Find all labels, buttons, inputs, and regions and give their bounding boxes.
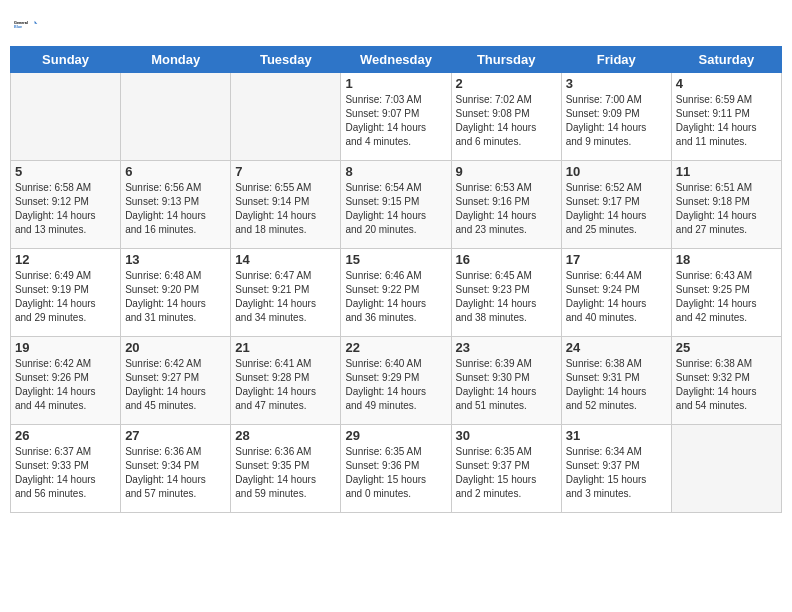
calendar-week-row: 1Sunrise: 7:03 AM Sunset: 9:07 PM Daylig… — [11, 73, 782, 161]
logo-icon: GeneralBlue — [14, 10, 42, 38]
day-number: 20 — [125, 340, 226, 355]
logo: GeneralBlue — [14, 10, 42, 38]
calendar-cell — [121, 73, 231, 161]
day-info: Sunrise: 6:48 AM Sunset: 9:20 PM Dayligh… — [125, 269, 226, 325]
calendar-cell: 12Sunrise: 6:49 AM Sunset: 9:19 PM Dayli… — [11, 249, 121, 337]
day-info: Sunrise: 6:42 AM Sunset: 9:26 PM Dayligh… — [15, 357, 116, 413]
calendar-week-row: 5Sunrise: 6:58 AM Sunset: 9:12 PM Daylig… — [11, 161, 782, 249]
day-number: 6 — [125, 164, 226, 179]
calendar-week-row: 19Sunrise: 6:42 AM Sunset: 9:26 PM Dayli… — [11, 337, 782, 425]
day-number: 4 — [676, 76, 777, 91]
calendar-cell: 23Sunrise: 6:39 AM Sunset: 9:30 PM Dayli… — [451, 337, 561, 425]
day-number: 27 — [125, 428, 226, 443]
weekday-header: Wednesday — [341, 47, 451, 73]
weekday-header: Sunday — [11, 47, 121, 73]
day-info: Sunrise: 6:38 AM Sunset: 9:31 PM Dayligh… — [566, 357, 667, 413]
calendar-table: SundayMondayTuesdayWednesdayThursdayFrid… — [10, 46, 782, 513]
calendar-cell: 21Sunrise: 6:41 AM Sunset: 9:28 PM Dayli… — [231, 337, 341, 425]
calendar-cell: 19Sunrise: 6:42 AM Sunset: 9:26 PM Dayli… — [11, 337, 121, 425]
day-number: 29 — [345, 428, 446, 443]
day-info: Sunrise: 7:00 AM Sunset: 9:09 PM Dayligh… — [566, 93, 667, 149]
day-number: 30 — [456, 428, 557, 443]
day-number: 9 — [456, 164, 557, 179]
day-info: Sunrise: 6:47 AM Sunset: 9:21 PM Dayligh… — [235, 269, 336, 325]
weekday-header-row: SundayMondayTuesdayWednesdayThursdayFrid… — [11, 47, 782, 73]
day-number: 7 — [235, 164, 336, 179]
day-number: 2 — [456, 76, 557, 91]
day-info: Sunrise: 6:53 AM Sunset: 9:16 PM Dayligh… — [456, 181, 557, 237]
calendar-week-row: 12Sunrise: 6:49 AM Sunset: 9:19 PM Dayli… — [11, 249, 782, 337]
calendar-cell — [231, 73, 341, 161]
day-number: 10 — [566, 164, 667, 179]
day-info: Sunrise: 6:35 AM Sunset: 9:37 PM Dayligh… — [456, 445, 557, 501]
day-info: Sunrise: 6:37 AM Sunset: 9:33 PM Dayligh… — [15, 445, 116, 501]
day-info: Sunrise: 6:45 AM Sunset: 9:23 PM Dayligh… — [456, 269, 557, 325]
day-number: 25 — [676, 340, 777, 355]
day-number: 11 — [676, 164, 777, 179]
calendar-cell: 29Sunrise: 6:35 AM Sunset: 9:36 PM Dayli… — [341, 425, 451, 513]
calendar-cell: 26Sunrise: 6:37 AM Sunset: 9:33 PM Dayli… — [11, 425, 121, 513]
day-info: Sunrise: 6:43 AM Sunset: 9:25 PM Dayligh… — [676, 269, 777, 325]
day-info: Sunrise: 6:38 AM Sunset: 9:32 PM Dayligh… — [676, 357, 777, 413]
day-number: 18 — [676, 252, 777, 267]
calendar-cell: 5Sunrise: 6:58 AM Sunset: 9:12 PM Daylig… — [11, 161, 121, 249]
day-number: 24 — [566, 340, 667, 355]
weekday-header: Thursday — [451, 47, 561, 73]
weekday-header: Tuesday — [231, 47, 341, 73]
day-info: Sunrise: 6:54 AM Sunset: 9:15 PM Dayligh… — [345, 181, 446, 237]
calendar-cell: 11Sunrise: 6:51 AM Sunset: 9:18 PM Dayli… — [671, 161, 781, 249]
day-info: Sunrise: 7:02 AM Sunset: 9:08 PM Dayligh… — [456, 93, 557, 149]
calendar-cell: 31Sunrise: 6:34 AM Sunset: 9:37 PM Dayli… — [561, 425, 671, 513]
calendar-cell: 15Sunrise: 6:46 AM Sunset: 9:22 PM Dayli… — [341, 249, 451, 337]
day-number: 23 — [456, 340, 557, 355]
calendar-cell: 24Sunrise: 6:38 AM Sunset: 9:31 PM Dayli… — [561, 337, 671, 425]
calendar-cell: 2Sunrise: 7:02 AM Sunset: 9:08 PM Daylig… — [451, 73, 561, 161]
day-number: 17 — [566, 252, 667, 267]
svg-marker-2 — [35, 21, 38, 24]
day-number: 3 — [566, 76, 667, 91]
calendar-cell — [11, 73, 121, 161]
day-number: 22 — [345, 340, 446, 355]
calendar-cell: 27Sunrise: 6:36 AM Sunset: 9:34 PM Dayli… — [121, 425, 231, 513]
day-info: Sunrise: 6:46 AM Sunset: 9:22 PM Dayligh… — [345, 269, 446, 325]
weekday-header: Saturday — [671, 47, 781, 73]
day-number: 15 — [345, 252, 446, 267]
day-number: 1 — [345, 76, 446, 91]
day-info: Sunrise: 6:51 AM Sunset: 9:18 PM Dayligh… — [676, 181, 777, 237]
svg-text:General: General — [14, 21, 28, 25]
day-number: 21 — [235, 340, 336, 355]
day-number: 26 — [15, 428, 116, 443]
page-header: GeneralBlue — [10, 10, 782, 38]
calendar-cell: 18Sunrise: 6:43 AM Sunset: 9:25 PM Dayli… — [671, 249, 781, 337]
calendar-cell: 1Sunrise: 7:03 AM Sunset: 9:07 PM Daylig… — [341, 73, 451, 161]
day-info: Sunrise: 6:56 AM Sunset: 9:13 PM Dayligh… — [125, 181, 226, 237]
day-info: Sunrise: 6:42 AM Sunset: 9:27 PM Dayligh… — [125, 357, 226, 413]
weekday-header: Monday — [121, 47, 231, 73]
calendar-cell: 25Sunrise: 6:38 AM Sunset: 9:32 PM Dayli… — [671, 337, 781, 425]
day-info: Sunrise: 6:36 AM Sunset: 9:35 PM Dayligh… — [235, 445, 336, 501]
day-number: 16 — [456, 252, 557, 267]
calendar-cell: 8Sunrise: 6:54 AM Sunset: 9:15 PM Daylig… — [341, 161, 451, 249]
day-info: Sunrise: 6:36 AM Sunset: 9:34 PM Dayligh… — [125, 445, 226, 501]
calendar-cell: 14Sunrise: 6:47 AM Sunset: 9:21 PM Dayli… — [231, 249, 341, 337]
day-info: Sunrise: 6:49 AM Sunset: 9:19 PM Dayligh… — [15, 269, 116, 325]
day-number: 14 — [235, 252, 336, 267]
calendar-cell — [671, 425, 781, 513]
calendar-week-row: 26Sunrise: 6:37 AM Sunset: 9:33 PM Dayli… — [11, 425, 782, 513]
calendar-cell: 13Sunrise: 6:48 AM Sunset: 9:20 PM Dayli… — [121, 249, 231, 337]
calendar-cell: 10Sunrise: 6:52 AM Sunset: 9:17 PM Dayli… — [561, 161, 671, 249]
calendar-cell: 20Sunrise: 6:42 AM Sunset: 9:27 PM Dayli… — [121, 337, 231, 425]
calendar-cell: 17Sunrise: 6:44 AM Sunset: 9:24 PM Dayli… — [561, 249, 671, 337]
day-number: 13 — [125, 252, 226, 267]
day-info: Sunrise: 6:35 AM Sunset: 9:36 PM Dayligh… — [345, 445, 446, 501]
day-info: Sunrise: 6:39 AM Sunset: 9:30 PM Dayligh… — [456, 357, 557, 413]
day-info: Sunrise: 6:34 AM Sunset: 9:37 PM Dayligh… — [566, 445, 667, 501]
day-number: 31 — [566, 428, 667, 443]
day-number: 19 — [15, 340, 116, 355]
calendar-cell: 28Sunrise: 6:36 AM Sunset: 9:35 PM Dayli… — [231, 425, 341, 513]
calendar-cell: 9Sunrise: 6:53 AM Sunset: 9:16 PM Daylig… — [451, 161, 561, 249]
calendar-cell: 16Sunrise: 6:45 AM Sunset: 9:23 PM Dayli… — [451, 249, 561, 337]
day-info: Sunrise: 6:40 AM Sunset: 9:29 PM Dayligh… — [345, 357, 446, 413]
calendar-cell: 6Sunrise: 6:56 AM Sunset: 9:13 PM Daylig… — [121, 161, 231, 249]
calendar-cell: 7Sunrise: 6:55 AM Sunset: 9:14 PM Daylig… — [231, 161, 341, 249]
